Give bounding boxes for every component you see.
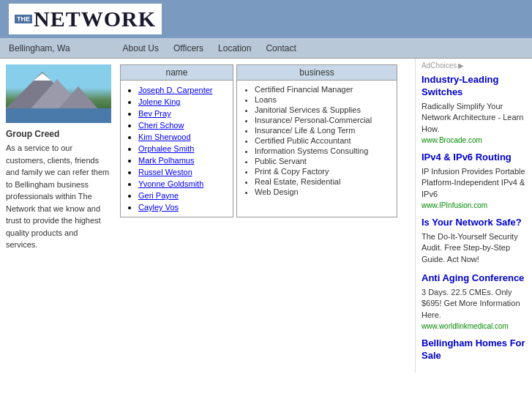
name-list: Joseph D. Carpenter Jolene King Bev Pray…	[127, 85, 227, 212]
member-link[interactable]: Bev Pray	[138, 109, 171, 118]
list-item: Real Estate, Residential	[255, 177, 391, 186]
member-link[interactable]: Joseph D. Carpenter	[138, 86, 213, 94]
member-link[interactable]: Geri Payne	[138, 191, 179, 200]
table-row: Joseph D. Carpenter Jolene King Bev Pray…	[121, 81, 233, 217]
list-item: Janitorial Services & Supplies	[255, 105, 391, 114]
ad-panel: AdChoices ▶ Industry-Leading Switches Ra…	[415, 59, 532, 373]
ad-block-4: Anti Aging Conference 3 Days. 22.5 CMEs.…	[422, 272, 526, 330]
list-item: Mark Polhamus	[138, 155, 227, 165]
member-link[interactable]: Mark Polhamus	[138, 156, 194, 165]
ad-block-3: Is Your Network Safe? The Do-It-Yourself…	[422, 217, 526, 265]
group-creed-text: As a service to our customers, clients, …	[6, 142, 111, 251]
list-item: Loans	[255, 95, 391, 104]
tables-container: name Joseph D. Carpenter Jolene King Bev…	[120, 64, 412, 217]
ad-block-5: Bellingham Homes For Sale	[422, 338, 526, 362]
member-link[interactable]: Russel Weston	[138, 168, 192, 176]
ad-title-2[interactable]: IPv4 & IPv6 Routing	[422, 152, 526, 164]
nav-bar: Bellingham, Wa About Us Officers Locatio…	[0, 38, 532, 59]
ad-desc-2: IP Infusion Provides Portable Platform-I…	[422, 166, 526, 200]
member-link[interactable]: Yvonne Goldsmith	[138, 179, 203, 188]
ad-choices-icon: ▶	[458, 61, 464, 70]
ad-title-5[interactable]: Bellingham Homes For Sale	[422, 338, 526, 362]
member-link[interactable]: Orphalee Smith	[138, 144, 194, 153]
member-link[interactable]: Cayley Vos	[138, 203, 179, 212]
list-item: Jolene King	[138, 97, 227, 107]
ad-choices-label: AdChoices ▶	[422, 61, 526, 70]
ad-title-1[interactable]: Industry-Leading Switches	[422, 74, 526, 99]
nav-links: About Us Officers Location Contact	[123, 43, 296, 53]
list-item: Print & Copy Factory	[255, 167, 391, 176]
business-table: business Certified Financial Manager Loa…	[236, 64, 397, 217]
list-item: Certified Public Accountant	[255, 136, 391, 145]
list-item: Kim Sherwood	[138, 132, 227, 142]
list-item: Joseph D. Carpenter	[138, 85, 227, 95]
table-row: Certified Financial Manager Loans Janito…	[237, 81, 397, 217]
list-item: Certified Financial Manager	[255, 85, 391, 94]
ad-url-4[interactable]: www.worldlinkmedical.com	[422, 322, 526, 330]
nav-location[interactable]: Location	[218, 43, 251, 53]
ad-url-1[interactable]: www.Brocade.com	[422, 136, 526, 144]
nav-about-us[interactable]: About Us	[123, 43, 159, 53]
header: THE NETWORK	[0, 0, 532, 38]
list-item: Orphalee Smith	[138, 143, 227, 154]
ad-title-3[interactable]: Is Your Network Safe?	[422, 217, 526, 229]
ad-block-2: IPv4 & IPv6 Routing IP Infusion Provides…	[422, 152, 526, 209]
ad-url-2[interactable]: www.IPInfusion.com	[422, 201, 526, 209]
list-item: Cayley Vos	[138, 202, 227, 212]
list-item: Insurance/ Life & Long Term	[255, 126, 391, 135]
ad-desc-1: Radically Simplify Your Network Architec…	[422, 101, 526, 135]
list-item: Cheri Schow	[138, 120, 227, 130]
name-table: name Joseph D. Carpenter Jolene King Bev…	[120, 64, 233, 217]
logo-network: NETWORK	[34, 7, 156, 31]
member-link[interactable]: Jolene King	[138, 97, 181, 106]
list-item: Yvonne Goldsmith	[138, 179, 227, 189]
center-panel: name Joseph D. Carpenter Jolene King Bev…	[117, 59, 415, 373]
nav-officers[interactable]: Officers	[173, 43, 203, 53]
ad-block-1: Industry-Leading Switches Radically Simp…	[422, 74, 526, 144]
nav-location: Bellingham, Wa	[0, 43, 79, 53]
list-item: Insurance/ Personal-Commercial	[255, 116, 391, 124]
nav-contact[interactable]: Contact	[266, 43, 296, 53]
business-list: Certified Financial Manager Loans Janito…	[243, 85, 391, 196]
main-content: Group Creed As a service to our customer…	[0, 59, 532, 373]
list-item: Web Design	[255, 187, 391, 196]
list-item: Russel Weston	[138, 167, 227, 177]
list-item: Information Systems Consulting	[255, 146, 391, 155]
name-column-header: name	[121, 65, 233, 81]
group-creed-title: Group Creed	[6, 129, 111, 139]
logo-the: THE	[15, 15, 32, 23]
member-link[interactable]: Kim Sherwood	[138, 133, 191, 141]
business-column-header: business	[237, 65, 397, 81]
mountain-image	[6, 64, 111, 123]
member-link[interactable]: Cheri Schow	[138, 121, 184, 130]
list-item: Bev Pray	[138, 108, 227, 119]
list-item: Geri Payne	[138, 190, 227, 201]
left-panel: Group Creed As a service to our customer…	[0, 59, 117, 373]
list-item: Public Servant	[255, 157, 391, 165]
ad-desc-4: 3 Days. 22.5 CMEs. Only $695! Get More I…	[422, 287, 526, 321]
ad-desc-3: The Do-It-Yourself Security Audit. Free …	[422, 231, 526, 265]
logo: THE NETWORK	[9, 4, 162, 34]
ad-title-4[interactable]: Anti Aging Conference	[422, 272, 526, 285]
